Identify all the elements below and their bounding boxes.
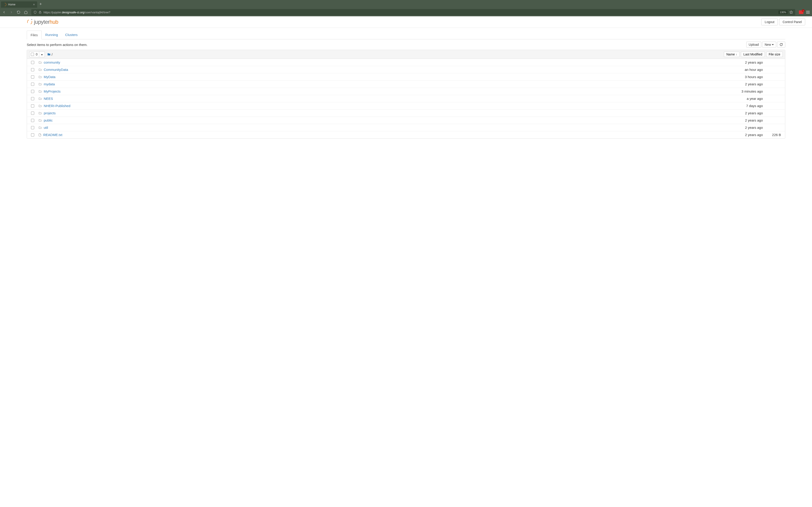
logo-text: jupyterhub [34, 19, 58, 25]
file-row: MyProjects3 minutes ago [27, 88, 785, 95]
file-name-link[interactable]: README.txt [43, 133, 62, 137]
hamburger-menu-icon[interactable] [806, 11, 810, 13]
tab-files[interactable]: Files [27, 31, 42, 39]
file-row: README.txt2 years ago226 B [27, 131, 785, 138]
nav-icon-group [2, 10, 28, 14]
shield-icon [34, 11, 37, 14]
file-modified: 2 years ago [726, 118, 763, 122]
file-name-link[interactable]: NEES [44, 97, 53, 101]
breadcrumb-root: / [52, 53, 53, 56]
breadcrumb[interactable]: / [47, 53, 53, 56]
file-name-link[interactable]: MyData [44, 75, 55, 79]
toolbar-row: Select items to perform actions on them.… [27, 39, 785, 50]
file-modified: 3 minutes ago [726, 90, 763, 93]
file-modified: 2 years ago [726, 60, 763, 64]
toolbar-buttons: Upload New [746, 42, 785, 48]
folder-icon [38, 61, 42, 64]
header-buttons: Logout Control Panel [761, 18, 805, 25]
select-all-checkbox[interactable]: 0 [30, 52, 39, 57]
reload-icon[interactable] [17, 10, 20, 14]
caret-down-icon [772, 44, 774, 45]
browser-tab[interactable]: Home × [1, 1, 37, 8]
row-checkbox[interactable] [31, 75, 34, 78]
row-checkbox[interactable] [31, 68, 34, 71]
lock-icon [39, 11, 42, 14]
url-bar[interactable]: https://jupyter.designsafe-ci.org/user/v… [31, 9, 795, 15]
file-name-link[interactable]: NHERI-Published [44, 104, 70, 108]
tab-running[interactable]: Running [42, 31, 62, 39]
select-dropdown[interactable] [39, 52, 45, 57]
folder-icon [38, 90, 42, 93]
back-icon[interactable] [2, 10, 6, 14]
jupyter-favicon [2, 2, 7, 7]
row-checkbox[interactable] [31, 104, 34, 108]
file-row: NHERI-Published7 days ago [27, 102, 785, 110]
select-all-group[interactable]: 0 [29, 51, 45, 57]
folder-icon [38, 119, 42, 122]
refresh-button[interactable] [777, 42, 785, 48]
file-row: CommunityDataan hour ago [27, 66, 785, 73]
new-tab-button[interactable]: + [39, 2, 42, 7]
sort-name-label: Name [726, 53, 735, 56]
sort-name-button[interactable]: Name↓ [724, 52, 740, 57]
file-name-link[interactable]: projects [44, 111, 56, 115]
home-icon[interactable] [24, 10, 28, 14]
jupyterhub-logo[interactable]: jupyterhub [27, 19, 58, 25]
file-name-link[interactable]: mydata [44, 82, 55, 86]
control-panel-button[interactable]: Control Panel [779, 18, 805, 25]
file-row: community2 years ago [27, 59, 785, 66]
file-row: public2 years ago [27, 117, 785, 124]
sort-modified-button[interactable]: Last Modified [741, 52, 765, 57]
row-checkbox[interactable] [31, 112, 34, 115]
file-modified: 3 hours ago [726, 75, 763, 79]
tab-clusters[interactable]: Clusters [62, 31, 81, 39]
folder-icon [38, 75, 42, 78]
file-name-link[interactable]: util [44, 126, 48, 129]
file-rows-container: community2 years agoCommunityDataan hour… [27, 59, 785, 138]
file-row: util2 years ago [27, 124, 785, 131]
jupyterhub-header: jupyterhub Logout Control Panel [0, 16, 812, 28]
file-modified: a year ago [726, 97, 763, 101]
sort-size-button[interactable]: File size [766, 52, 783, 57]
caret-down-icon [41, 54, 43, 55]
row-checkbox[interactable] [31, 90, 34, 93]
row-checkbox[interactable] [31, 119, 34, 122]
row-checkbox[interactable] [31, 133, 34, 136]
folder-icon [38, 97, 42, 100]
file-name-link[interactable]: MyProjects [44, 90, 60, 93]
row-checkbox[interactable] [31, 126, 34, 129]
folder-icon [47, 53, 51, 56]
new-button[interactable]: New [762, 42, 776, 48]
file-name-link[interactable]: CommunityData [44, 68, 68, 71]
close-tab-icon[interactable]: × [33, 3, 35, 6]
file-modified: 2 years ago [726, 111, 763, 115]
row-checkbox[interactable] [31, 82, 34, 86]
browser-tab-title: Home [8, 3, 31, 6]
svg-marker-1 [790, 11, 793, 13]
upload-button[interactable]: Upload [746, 42, 761, 48]
file-modified: 2 years ago [726, 126, 763, 129]
checkbox-icon [31, 53, 34, 56]
logout-button[interactable]: Logout [761, 18, 778, 25]
main-tabs: Files Running Clusters [27, 31, 785, 39]
file-icon [38, 133, 42, 137]
selection-hint: Select items to perform actions on them. [27, 43, 88, 47]
file-list-header: 0 / Name↓ Last Modified File size [27, 50, 785, 59]
browser-tab-bar: Home × + [0, 0, 812, 8]
folder-icon [38, 126, 42, 129]
bookmark-star-icon[interactable] [789, 10, 793, 14]
file-modified: an hour ago [726, 68, 763, 71]
file-modified: 7 days ago [726, 104, 763, 108]
file-modified: 2 years ago [726, 82, 763, 86]
extension-icon[interactable] [799, 10, 803, 14]
file-name-link[interactable]: public [44, 118, 53, 122]
browser-nav-bar: https://jupyter.designsafe-ci.org/user/v… [0, 8, 812, 16]
row-checkbox[interactable] [31, 61, 34, 64]
row-checkbox[interactable] [31, 97, 34, 100]
svg-rect-0 [39, 12, 41, 13]
file-name-link[interactable]: community [44, 60, 60, 64]
browser-right-icons [799, 10, 810, 14]
main-container: Files Running Clusters Select items to p… [0, 31, 812, 138]
forward-icon[interactable] [9, 10, 13, 14]
zoom-badge[interactable]: 130% [778, 10, 788, 14]
